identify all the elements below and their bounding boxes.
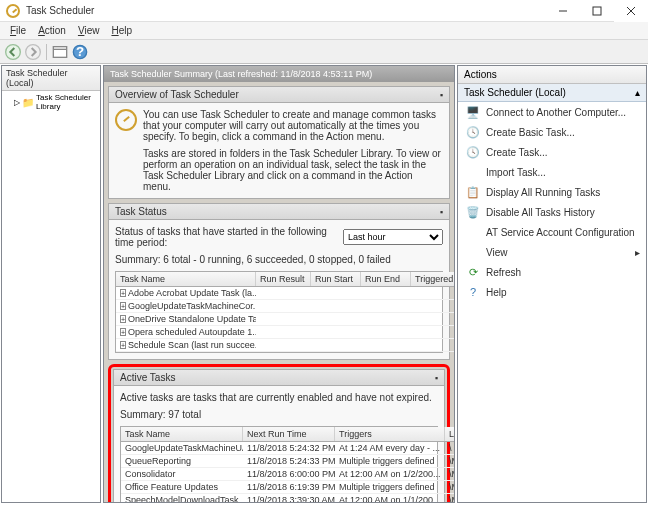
col-name[interactable]: Task Name (121, 427, 243, 441)
expand-icon[interactable]: ▷ (14, 98, 20, 107)
action-disable-history[interactable]: 🗑️Disable All Tasks History (458, 202, 646, 222)
col-end[interactable]: Run End (361, 272, 411, 286)
col-start[interactable]: Run Start (311, 272, 361, 286)
refresh-icon: ⟳ (466, 265, 480, 279)
status-summary: Summary: 6 total - 0 running, 6 succeede… (115, 254, 443, 265)
task-icon: 🕓 (466, 125, 480, 139)
overview-header[interactable]: Overview of Task Scheduler ▪ (108, 86, 450, 103)
table-row[interactable]: GoogleUpdateTaskMachineUA11/8/2018 5:24:… (121, 442, 454, 455)
forward-button[interactable] (24, 43, 42, 61)
svg-rect-1 (593, 7, 601, 15)
app-icon (6, 4, 20, 18)
col-triggers[interactable]: Triggers (335, 427, 445, 441)
overview-panel: Overview of Task Scheduler ▪ You can use… (108, 86, 450, 199)
svg-point-5 (26, 44, 41, 59)
svg-text:?: ? (76, 44, 84, 59)
computer-icon: 🖥️ (466, 105, 480, 119)
col-location[interactable]: Location (445, 427, 454, 441)
svg-rect-6 (53, 46, 66, 57)
tree-header[interactable]: Task Scheduler (Local) (2, 66, 100, 91)
active-header[interactable]: Active Tasks ▪ (113, 369, 445, 386)
center-pane: Task Scheduler Summary (Last refreshed: … (103, 65, 455, 503)
svg-point-4 (6, 44, 21, 59)
period-dropdown[interactable]: Last hour (343, 229, 443, 245)
table-row[interactable]: Office Feature Updates11/8/2018 6:19:39 … (121, 481, 454, 494)
action-display-running[interactable]: 📋Display All Running Tasks (458, 182, 646, 202)
menu-help[interactable]: Help (105, 23, 138, 38)
expand-icon[interactable]: + (120, 328, 126, 336)
menu-view[interactable]: View (72, 23, 106, 38)
expand-icon[interactable]: + (120, 289, 126, 297)
maximize-button[interactable] (580, 0, 614, 22)
menu-file[interactable]: File (4, 23, 32, 38)
table-row[interactable]: QueueReporting11/8/2018 5:24:33 PMMultip… (121, 455, 454, 468)
active-panel: Active Tasks ▪ Active tasks are tasks th… (113, 369, 445, 502)
folder-icon: 📁 (22, 97, 34, 108)
display-icon: 📋 (466, 185, 480, 199)
table-row[interactable]: +Adobe Acrobat Update Task (la... (116, 287, 454, 300)
status-prompt: Status of tasks that have started in the… (115, 226, 343, 248)
actions-pane: Actions Task Scheduler (Local) ▴ 🖥️Conne… (457, 65, 647, 503)
table-row[interactable]: +Schedule Scan (last run succee... (116, 339, 454, 352)
table-row[interactable]: +GoogleUpdateTaskMachineCor... (116, 300, 454, 313)
expand-icon[interactable]: + (120, 302, 126, 310)
col-next[interactable]: Next Run Time (243, 427, 335, 441)
overview-text-2: Tasks are stored in folders in the Task … (143, 148, 443, 192)
collapse-icon[interactable]: ▪ (435, 373, 438, 383)
action-help[interactable]: ?Help (458, 282, 646, 302)
table-row[interactable]: SpeechModelDownloadTask11/9/2018 3:39:30… (121, 494, 454, 502)
col-result[interactable]: Run Result (256, 272, 311, 286)
actions-group-label: Task Scheduler (Local) (464, 87, 566, 98)
tree-item-label: Task Scheduler Library (36, 93, 98, 111)
disable-icon: 🗑️ (466, 205, 480, 219)
active-title: Active Tasks (120, 372, 175, 383)
table-row[interactable]: Consolidator11/8/2018 6:00:00 PMAt 12:00… (121, 468, 454, 481)
menu-bar: File Action View Help (0, 22, 648, 40)
active-summary: Summary: 97 total (120, 409, 438, 420)
create-icon: 🕓 (466, 145, 480, 159)
collapse-icon[interactable]: ▪ (440, 207, 443, 217)
summary-header: Task Scheduler Summary (Last refreshed: … (104, 66, 454, 82)
clock-icon (115, 109, 137, 131)
status-title: Task Status (115, 206, 167, 217)
action-view[interactable]: View▸ (458, 242, 646, 262)
actions-group[interactable]: Task Scheduler (Local) ▴ (458, 84, 646, 102)
status-header[interactable]: Task Status ▪ (108, 203, 450, 220)
collapse-icon[interactable]: ▴ (635, 87, 640, 98)
window-title: Task Scheduler (26, 5, 94, 16)
import-icon (466, 165, 480, 179)
table-row[interactable]: +OneDrive Standalone Update Ta... (116, 313, 454, 326)
action-connect[interactable]: 🖥️Connect to Another Computer... (458, 102, 646, 122)
action-create-basic[interactable]: 🕓Create Basic Task... (458, 122, 646, 142)
submenu-arrow-icon: ▸ (635, 247, 640, 258)
active-desc: Active tasks are tasks that are currentl… (120, 392, 438, 403)
view-icon (466, 245, 480, 259)
action-import[interactable]: Import Task... (458, 162, 646, 182)
expand-icon[interactable]: + (120, 315, 126, 323)
tree-pane: Task Scheduler (Local) ▷ 📁 Task Schedule… (1, 65, 101, 503)
overview-text-1: You can use Task Scheduler to create and… (143, 109, 443, 142)
col-trigger[interactable]: Triggered By (411, 272, 454, 286)
title-bar: Task Scheduler (0, 0, 648, 22)
tree-item-library[interactable]: ▷ 📁 Task Scheduler Library (2, 91, 100, 113)
expand-icon[interactable]: + (120, 341, 126, 349)
actions-header: Actions (458, 66, 646, 84)
status-panel: Task Status ▪ Status of tasks that have … (108, 203, 450, 360)
menu-action[interactable]: Action (32, 23, 72, 38)
collapse-icon[interactable]: ▪ (440, 90, 443, 100)
help-icon: ? (466, 285, 480, 299)
properties-button[interactable] (51, 43, 69, 61)
action-at-service[interactable]: AT Service Account Configuration (458, 222, 646, 242)
action-create[interactable]: 🕓Create Task... (458, 142, 646, 162)
active-table: Task Name Next Run Time Triggers Locatio… (120, 426, 438, 502)
help-button[interactable]: ? (71, 43, 89, 61)
minimize-button[interactable] (546, 0, 580, 22)
status-table: Task Name Run Result Run Start Run End T… (115, 271, 443, 353)
table-row[interactable]: +Opera scheduled Autoupdate 1... (116, 326, 454, 339)
config-icon (466, 225, 480, 239)
close-button[interactable] (614, 0, 648, 22)
overview-title: Overview of Task Scheduler (115, 89, 239, 100)
back-button[interactable] (4, 43, 22, 61)
col-taskname[interactable]: Task Name (116, 272, 256, 286)
action-refresh[interactable]: ⟳Refresh (458, 262, 646, 282)
